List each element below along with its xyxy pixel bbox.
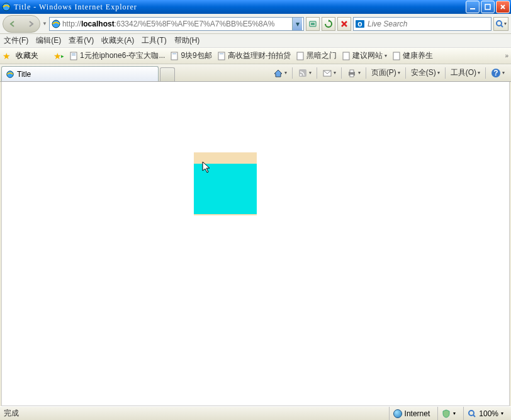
favorites-item-label: 黑暗之门 bbox=[306, 50, 337, 61]
globe-icon bbox=[393, 409, 402, 418]
favorites-overflow-icon[interactable]: » bbox=[505, 52, 508, 59]
page-icon bbox=[392, 52, 401, 60]
svg-rect-12 bbox=[171, 52, 177, 60]
page-icon bbox=[342, 52, 351, 60]
search-input[interactable] bbox=[368, 20, 490, 28]
status-zone-label: Internet bbox=[405, 409, 430, 418]
svg-rect-16 bbox=[297, 52, 303, 60]
zoom-icon bbox=[468, 409, 476, 418]
favorites-item[interactable]: 1元抢iphone6-夺宝大咖... bbox=[69, 50, 165, 61]
page-menu-label: 页面(P) bbox=[371, 67, 396, 78]
favorites-item[interactable]: 黑暗之门 bbox=[296, 50, 337, 61]
favorites-item[interactable]: 9块9包邮 bbox=[170, 50, 211, 61]
refresh-button[interactable] bbox=[322, 17, 335, 31]
shield-icon bbox=[442, 409, 451, 418]
nav-dropdown-icon[interactable]: ▼ bbox=[42, 21, 47, 26]
svg-rect-24 bbox=[350, 70, 354, 72]
search-box[interactable]: o bbox=[353, 17, 491, 31]
page-icon bbox=[296, 52, 305, 60]
page-favicon-icon bbox=[51, 19, 61, 29]
svg-rect-18 bbox=[393, 52, 400, 60]
ie-icon bbox=[1, 2, 11, 12]
favorites-item-label: 健康养生 bbox=[403, 50, 433, 61]
back-button[interactable] bbox=[3, 20, 21, 28]
tools-menu-button[interactable]: 工具(O) ▾ bbox=[448, 66, 483, 80]
svg-rect-15 bbox=[220, 54, 223, 54]
svg-point-28 bbox=[469, 411, 474, 416]
menu-bar: 文件(F) 编辑(E) 查看(V) 收藏夹(A) 工具(T) 帮助(H) bbox=[0, 34, 511, 48]
address-text[interactable]: http://localhost:63342/%E5%8F%AF%E7%A7%B… bbox=[62, 20, 292, 28]
menu-tools[interactable]: 工具(T) bbox=[142, 35, 166, 46]
forward-button[interactable] bbox=[21, 20, 40, 28]
tab-bar: Title ▾ ▾ ▾ ▾ 页面(P) ▾ 安全(S) ▾ 工具(O) ▾ ?▾ bbox=[0, 64, 511, 82]
status-bar: 完成 Internet ▾ 100% ▾ bbox=[0, 406, 511, 420]
maximize-button[interactable] bbox=[481, 1, 495, 13]
favorites-item[interactable]: 健康养生 bbox=[392, 50, 433, 61]
favorites-item[interactable]: 高收益理财-拍拍贷 bbox=[217, 50, 291, 61]
page-icon bbox=[217, 52, 226, 60]
menu-help[interactable]: 帮助(H) bbox=[174, 35, 200, 46]
safety-menu-button[interactable]: 安全(S) ▾ bbox=[408, 66, 442, 80]
svg-rect-2 bbox=[485, 4, 490, 9]
window-titlebar: Title - Windows Internet Explorer bbox=[0, 0, 511, 14]
favorites-item-label: 建议网站 bbox=[352, 50, 383, 61]
svg-point-8 bbox=[497, 21, 502, 26]
new-tab-button[interactable] bbox=[160, 67, 175, 81]
svg-rect-13 bbox=[172, 54, 176, 54]
status-text: 完成 bbox=[4, 408, 19, 419]
svg-rect-1 bbox=[470, 8, 475, 9]
safety-menu-label: 安全(S) bbox=[411, 67, 436, 78]
favorites-label[interactable]: 收藏夹 bbox=[16, 50, 38, 61]
tools-menu-label: 工具(O) bbox=[451, 67, 476, 78]
feeds-button[interactable]: ▾ bbox=[295, 66, 314, 80]
home-button[interactable]: ▾ bbox=[271, 66, 289, 80]
address-dropdown-icon[interactable]: ▾ bbox=[292, 18, 302, 30]
svg-rect-5 bbox=[311, 23, 315, 25]
zoom-cell[interactable]: 100% ▾ bbox=[463, 407, 507, 420]
page-content bbox=[1, 82, 510, 406]
help-button[interactable]: ?▾ bbox=[488, 66, 507, 80]
favorites-bar: ★ 收藏夹 ★▸ 1元抢iphone6-夺宝大咖... 9块9包邮 高收益理财-… bbox=[0, 48, 511, 64]
compat-view-button[interactable] bbox=[306, 17, 320, 31]
cyan-box bbox=[194, 164, 257, 214]
svg-rect-14 bbox=[218, 52, 225, 60]
protected-mode-cell[interactable]: ▾ bbox=[437, 407, 459, 420]
nav-back-forward bbox=[3, 15, 40, 33]
outlook-icon: o bbox=[355, 19, 365, 29]
tab-title: Title bbox=[17, 70, 31, 79]
status-zone[interactable]: Internet bbox=[389, 407, 434, 420]
page-icon bbox=[69, 52, 78, 60]
window-title: Title - Windows Internet Explorer bbox=[14, 3, 464, 12]
favorites-item[interactable]: 建议网站 ▾ bbox=[342, 50, 387, 61]
page-menu-button[interactable]: 页面(P) ▾ bbox=[369, 66, 403, 80]
svg-text:?: ? bbox=[493, 69, 498, 77]
svg-rect-25 bbox=[350, 74, 354, 77]
print-button[interactable]: ▾ bbox=[344, 66, 363, 80]
tab-active[interactable]: Title bbox=[1, 66, 159, 81]
favorites-item-label: 高收益理财-拍拍贷 bbox=[228, 50, 291, 61]
svg-rect-17 bbox=[343, 52, 349, 60]
menu-edit[interactable]: 编辑(E) bbox=[36, 35, 61, 46]
search-go-button[interactable]: ▾ bbox=[493, 17, 508, 31]
zoom-label: 100% bbox=[479, 409, 498, 418]
svg-rect-9 bbox=[70, 52, 77, 60]
favorites-item-label: 9块9包邮 bbox=[181, 50, 211, 61]
svg-rect-10 bbox=[72, 54, 76, 54]
mail-button[interactable]: ▾ bbox=[320, 66, 339, 80]
close-button[interactable] bbox=[496, 1, 510, 13]
menu-file[interactable]: 文件(F) bbox=[4, 35, 28, 46]
page-icon bbox=[170, 52, 179, 60]
navigation-bar: ▼ http://localhost:63342/%E5%8F%AF%E7%A7… bbox=[0, 14, 511, 34]
svg-rect-11 bbox=[72, 55, 76, 55]
address-bar[interactable]: http://localhost:63342/%E5%8F%AF%E7%A7%B… bbox=[49, 17, 304, 31]
stop-button[interactable] bbox=[337, 17, 351, 31]
menu-view[interactable]: 查看(V) bbox=[69, 35, 94, 46]
svg-text:o: o bbox=[357, 20, 362, 28]
favorites-item-label: 1元抢iphone6-夺宝大咖... bbox=[80, 50, 165, 61]
minimize-button[interactable] bbox=[466, 1, 480, 13]
tab-favicon-icon bbox=[6, 70, 14, 79]
svg-point-21 bbox=[300, 74, 301, 76]
menu-favorites[interactable]: 收藏夹(A) bbox=[101, 35, 134, 46]
favorites-star-icon[interactable]: ★ bbox=[3, 51, 11, 61]
favorites-add-icon[interactable]: ★▸ bbox=[53, 51, 64, 61]
